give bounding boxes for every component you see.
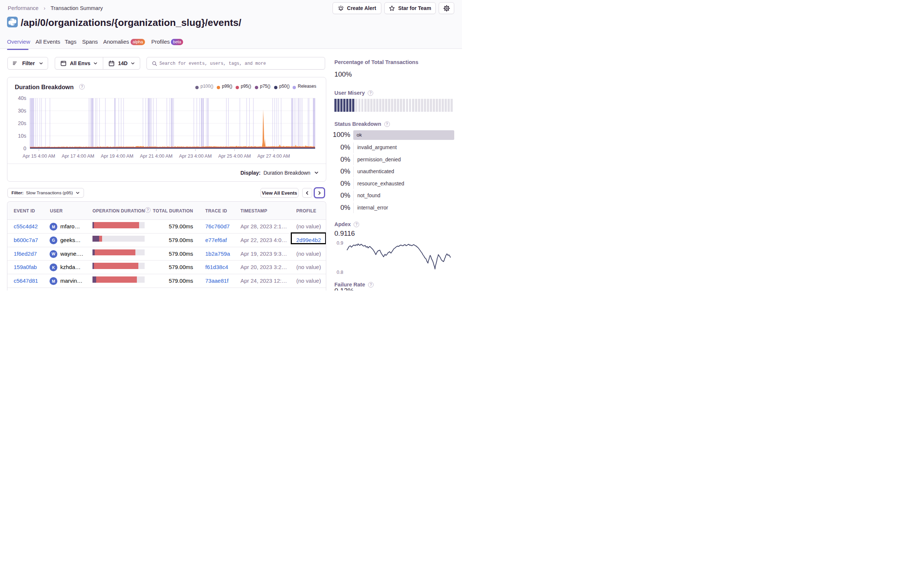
svg-text:30s: 30s — [18, 108, 26, 114]
svg-text:0: 0 — [23, 146, 26, 151]
svg-text:Apr 15 4:00 AM: Apr 15 4:00 AM — [23, 153, 55, 159]
svg-text:20s: 20s — [18, 120, 26, 126]
svg-text:Apr 19 4:00 AM: Apr 19 4:00 AM — [101, 153, 133, 159]
svg-text:Apr 17 4:00 AM: Apr 17 4:00 AM — [62, 153, 94, 159]
svg-text:Apr 21 4:00 AM: Apr 21 4:00 AM — [140, 153, 172, 159]
svg-text:Apr 23 4:00 AM: Apr 23 4:00 AM — [179, 153, 211, 159]
svg-text:10s: 10s — [18, 133, 26, 139]
svg-text:Apr 25 4:00 AM: Apr 25 4:00 AM — [218, 153, 251, 159]
svg-text:Apr 27 4:00 AM: Apr 27 4:00 AM — [257, 153, 290, 159]
svg-text:40s: 40s — [18, 95, 26, 101]
